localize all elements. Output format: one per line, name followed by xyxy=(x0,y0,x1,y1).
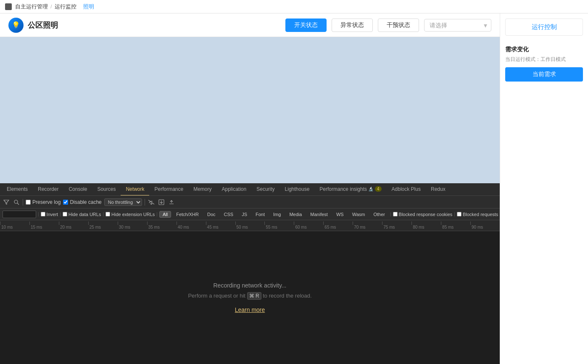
timeline-tick: 60 ms xyxy=(294,220,306,231)
offline-icon[interactable] xyxy=(148,198,155,206)
pipe-2: | xyxy=(60,212,61,216)
timeline-tick: 50 ms xyxy=(235,220,248,231)
demand-title: 需求变化 xyxy=(505,46,583,53)
content-wrapper: ■ 全关 ■ 全开 ■ 部分开启 xyxy=(0,37,500,364)
timeline-tick: 20 ms xyxy=(59,220,71,231)
tab-console[interactable]: Console xyxy=(63,183,92,196)
preserve-log-checkbox[interactable]: Preserve log xyxy=(26,199,61,205)
preserve-log-input[interactable] xyxy=(26,200,31,205)
current-demand-button[interactable]: 当前需求 xyxy=(505,67,583,82)
filter-row: | Invert | Hide data URLs | Hide extensi… xyxy=(0,208,500,220)
app-panel: 💡 公区照明 开关状态 异常状态 干预状态 请选择 xyxy=(0,13,500,364)
tab-recorder[interactable]: Recorder xyxy=(33,183,63,196)
tab-elements[interactable]: Elements xyxy=(2,183,33,196)
tab-performance[interactable]: Performance xyxy=(149,183,188,196)
tab-memory[interactable]: Memory xyxy=(188,183,216,196)
function-select[interactable]: 请选择 xyxy=(424,19,491,32)
timeline-tick: 10 ms xyxy=(0,220,13,231)
app-header-left: 💡 公区照明 xyxy=(8,18,58,33)
svg-line-3 xyxy=(17,203,19,205)
blocked-requests-input[interactable] xyxy=(457,212,461,216)
tab-network[interactable]: Network xyxy=(121,183,149,196)
tab-adblock[interactable]: Adblock Plus xyxy=(387,183,426,196)
disable-cache-checkbox[interactable]: Disable cache xyxy=(63,199,101,205)
hide-data-urls-input[interactable] xyxy=(63,212,67,216)
recording-sub-prefix: Perform a request or hit xyxy=(188,293,247,299)
nav-sep1: / xyxy=(50,3,52,10)
type-btn-other[interactable]: Other xyxy=(370,211,388,218)
recording-text: Recording network activity... xyxy=(213,282,286,289)
hide-data-urls-label: Hide data URLs xyxy=(69,212,101,217)
blocked-cookies-checkbox[interactable]: Blocked response cookies xyxy=(393,212,453,217)
invert-checkbox[interactable]: Invert xyxy=(41,212,58,217)
toolbar-sep-1 xyxy=(23,199,23,206)
right-panel: 运行控制 需求变化 当日运行模式：工作日模式 当前需求 xyxy=(500,13,588,364)
hide-ext-urls-checkbox[interactable]: Hide extension URLs xyxy=(105,212,155,217)
btn-abnormal-status[interactable]: 异常状态 xyxy=(332,18,373,32)
filter-input[interactable] xyxy=(3,211,36,218)
type-btn-media[interactable]: Media xyxy=(286,211,305,218)
throttle-select[interactable]: No throttling xyxy=(104,198,142,206)
type-btn-ws[interactable]: WS xyxy=(333,211,347,218)
search-icon[interactable] xyxy=(13,198,20,206)
timeline-tick: 15 ms xyxy=(29,220,42,231)
nav-system[interactable]: 自主运行管理 xyxy=(15,3,48,11)
timeline-tick: 85 ms xyxy=(441,220,454,231)
nav-monitor[interactable]: 运行监控 xyxy=(55,3,76,11)
disable-cache-label: Disable cache xyxy=(70,199,101,205)
main-layout: 💡 公区照明 开关状态 异常状态 干预状态 请选择 xyxy=(0,13,588,364)
tab-application[interactable]: Application xyxy=(217,183,252,196)
perf-insights-badge: 4 xyxy=(375,186,382,192)
tab-sources[interactable]: Sources xyxy=(92,183,121,196)
tab-security[interactable]: Security xyxy=(251,183,279,196)
run-control-button[interactable]: 运行控制 xyxy=(505,18,583,36)
app-header-right: 开关状态 异常状态 干预状态 请选择 xyxy=(285,18,491,32)
timeline-tick: 70 ms xyxy=(353,220,365,231)
timeline-tick: 35 ms xyxy=(147,220,160,231)
type-btn-fetch[interactable]: Fetch/XHR xyxy=(173,211,202,218)
tab-redux[interactable]: Redux xyxy=(426,183,451,196)
invert-input[interactable] xyxy=(41,212,45,216)
type-btn-js[interactable]: JS xyxy=(238,211,250,218)
timeline-tick: 55 ms xyxy=(264,220,277,231)
recording-sub: Perform a request or hit ⌘ R to record t… xyxy=(188,292,311,300)
filter-icon[interactable] xyxy=(3,198,10,206)
import-har-icon[interactable] xyxy=(168,198,175,206)
type-btn-manifest[interactable]: Manifest xyxy=(307,211,331,218)
demand-section: 需求变化 当日运行模式：工作日模式 当前需求 xyxy=(500,41,588,87)
hide-ext-urls-input[interactable] xyxy=(105,212,110,216)
btn-switch-status[interactable]: 开关状态 xyxy=(285,18,327,32)
timeline-tick: 65 ms xyxy=(323,220,336,231)
export-har-icon[interactable] xyxy=(158,198,165,206)
blocked-cookies-input[interactable] xyxy=(393,212,398,216)
type-btn-wasm[interactable]: Wasm xyxy=(349,211,369,218)
devtools-tab-bar: Elements Recorder Console Sources Networ… xyxy=(0,183,500,196)
timeline-tick: 90 ms xyxy=(470,220,483,231)
function-select-wrap: 请选择 xyxy=(424,19,491,32)
pipe-5: | xyxy=(390,212,391,216)
tab-performance-insights[interactable]: Performance insights 🔬 4 xyxy=(314,183,386,196)
type-btn-img[interactable]: Img xyxy=(270,211,284,218)
hide-ext-urls-label: Hide extension URLs xyxy=(111,212,155,217)
type-btn-font[interactable]: Font xyxy=(252,211,268,218)
top-nav: 自主运行管理 / 运行监控 照明 xyxy=(0,0,588,13)
type-btn-css[interactable]: CSS xyxy=(221,211,237,218)
app-header: 💡 公区照明 开关状态 异常状态 干预状态 请选择 xyxy=(0,13,500,37)
btn-intervene-status[interactable]: 干预状态 xyxy=(378,18,419,32)
blocked-requests-label: Blocked requests xyxy=(463,212,498,217)
tab-lighthouse[interactable]: Lighthouse xyxy=(280,183,315,196)
preserve-log-label: Preserve log xyxy=(32,199,61,205)
blocked-requests-checkbox[interactable]: Blocked requests xyxy=(457,212,498,217)
toolbar-sep-2 xyxy=(145,199,145,206)
pipe-1: | xyxy=(38,212,39,216)
invert-label: Invert xyxy=(47,212,58,217)
devtools-content: Recording network activity... Perform a … xyxy=(0,231,500,364)
learn-more-link[interactable]: Learn more xyxy=(235,306,265,313)
app-icon: 💡 xyxy=(8,18,24,33)
hide-data-urls-checkbox[interactable]: Hide data URLs xyxy=(63,212,101,217)
perf-insights-label: Performance insights xyxy=(319,186,367,192)
type-btn-all[interactable]: All xyxy=(159,211,171,218)
type-btn-doc[interactable]: Doc xyxy=(204,211,219,218)
disable-cache-input[interactable] xyxy=(63,200,68,205)
timeline-tick: 75 ms xyxy=(382,220,395,231)
